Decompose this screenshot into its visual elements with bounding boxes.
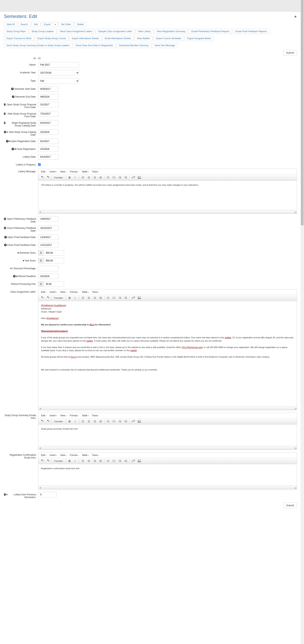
nav-button[interactable]: Export Attendance Sheets xyxy=(69,36,102,41)
editor-menu-item[interactable]: Table xyxy=(80,170,90,174)
lottery-num-input[interactable] xyxy=(38,492,57,497)
scrollbar-thumb[interactable] xyxy=(301,0,303,225)
outdent-icon[interactable] xyxy=(117,296,123,300)
link-icon[interactable] xyxy=(131,419,136,424)
indent-icon[interactable] xyxy=(123,459,128,463)
academic-year-select[interactable]: 2017/2018 xyxy=(38,70,79,76)
align-left-icon[interactable] xyxy=(80,175,86,180)
au-discount-input[interactable] xyxy=(38,266,59,271)
align-right-icon[interactable] xyxy=(92,419,97,424)
align-left-icon[interactable] xyxy=(80,419,86,424)
bold-icon[interactable]: B xyxy=(67,296,72,300)
undo-icon[interactable] xyxy=(39,419,45,424)
bullet-list-icon[interactable] xyxy=(105,459,111,463)
editor-menu-item[interactable]: Edit xyxy=(40,414,48,418)
editor-menu-item[interactable]: Tools xyxy=(90,290,101,294)
help-icon[interactable]: ? xyxy=(4,493,6,496)
refund-fee-input[interactable] xyxy=(44,281,64,287)
sg-intro-body[interactable]: Study group summary emails intro text xyxy=(38,424,297,446)
nav-button[interactable]: Study Group Reps xyxy=(4,29,28,34)
refund-deadline-input[interactable] xyxy=(38,274,59,279)
italic-icon[interactable]: I xyxy=(73,296,78,300)
editor-menu-item[interactable]: View xyxy=(59,170,68,174)
final-close-input[interactable] xyxy=(38,242,59,248)
bullet-list-icon[interactable] xyxy=(105,419,111,424)
nav-button[interactable]: Send Class Assignment Letters xyxy=(57,29,95,34)
formats-dropdown[interactable]: Formats xyxy=(53,419,65,424)
editor-menu-item[interactable]: Insert xyxy=(48,170,59,174)
nav-button[interactable]: Email Attendance Sheets xyxy=(102,36,133,41)
redo-icon[interactable] xyxy=(45,175,51,180)
nav-button[interactable]: Download Member Directory xyxy=(116,43,151,48)
align-left-icon[interactable] xyxy=(80,296,86,300)
editor-menu-item[interactable]: Format xyxy=(68,290,80,294)
cat-begin-input[interactable] xyxy=(38,120,59,126)
nav-button[interactable]: Set Order xyxy=(58,22,74,27)
nav-button[interactable]: Send Class End Date to Registrants xyxy=(73,43,116,48)
bold-icon[interactable]: B xyxy=(67,459,72,463)
nav-button[interactable]: Email Preliminary Feedback Reports xyxy=(189,29,232,34)
nav-button[interactable]: Send Text Message xyxy=(152,43,178,48)
cat-hide-input[interactable] xyxy=(38,129,59,135)
outdent-icon[interactable] xyxy=(117,419,123,424)
resize-handle-icon[interactable] xyxy=(294,211,296,213)
help-icon[interactable]: ? xyxy=(4,131,6,133)
image-icon[interactable] xyxy=(136,419,142,424)
undo-icon[interactable] xyxy=(39,175,45,180)
year-dues-input[interactable] xyxy=(44,258,64,263)
help-icon[interactable]: ? xyxy=(12,96,15,98)
redo-icon[interactable] xyxy=(45,419,51,424)
link-icon[interactable] xyxy=(131,459,136,463)
formats-dropdown[interactable]: Formats xyxy=(53,459,65,463)
editor-menu-item[interactable]: View xyxy=(59,414,68,418)
redo-icon[interactable] xyxy=(45,459,51,463)
bold-icon[interactable]: B xyxy=(67,175,72,180)
editor-menu-item[interactable]: Insert xyxy=(48,414,59,418)
help-icon[interactable]: ? xyxy=(4,227,6,229)
formats-dropdown[interactable]: Formats xyxy=(53,175,65,180)
formats-dropdown[interactable]: Formats xyxy=(53,296,65,300)
editor-menu-item[interactable]: Table xyxy=(80,453,90,457)
editor-menu-item[interactable]: Table xyxy=(80,414,90,418)
final-open-input[interactable] xyxy=(38,234,59,240)
nav-button[interactable]: Email Final Feedback Reports xyxy=(233,29,269,34)
reg-conf-body[interactable]: Registration confirmation email intro te… xyxy=(38,464,297,486)
align-right-icon[interactable] xyxy=(92,296,97,300)
italic-icon[interactable]: I xyxy=(73,419,78,424)
editor-menu-item[interactable]: Tools xyxy=(90,453,101,457)
nav-button[interactable]: View All xyxy=(4,22,17,27)
number-list-icon[interactable]: 123 xyxy=(111,419,117,424)
nav-button[interactable]: Study Group Leaders xyxy=(29,29,56,34)
editor-menu-item[interactable]: Insert xyxy=(48,453,59,457)
resize-handle-icon[interactable] xyxy=(294,408,296,410)
lottery-date-input[interactable] xyxy=(38,154,59,160)
reg-open-input[interactable] xyxy=(38,138,59,144)
name-input[interactable] xyxy=(38,62,79,68)
prop-open-input[interactable] xyxy=(38,102,59,107)
undo-icon[interactable] xyxy=(39,459,45,463)
italic-icon[interactable]: I xyxy=(73,175,78,180)
help-icon[interactable]: ? xyxy=(13,275,16,278)
lottery-msg-body[interactable]: The lottery is currently in progress. Yo… xyxy=(38,181,297,210)
image-icon[interactable] xyxy=(136,175,142,180)
favorite-star-icon[interactable]: ★ xyxy=(294,14,297,19)
align-left-icon[interactable] xyxy=(80,459,86,463)
outdent-icon[interactable] xyxy=(117,459,123,463)
editor-menu-item[interactable]: Edit xyxy=(40,290,48,294)
submit-button-bottom[interactable]: Submit xyxy=(283,502,297,508)
help-icon[interactable]: ? xyxy=(4,103,6,106)
align-justify-icon[interactable] xyxy=(98,296,103,300)
editor-menu-item[interactable]: Format xyxy=(68,170,80,174)
nav-button[interactable]: Search xyxy=(18,22,31,27)
help-icon[interactable]: ? xyxy=(4,236,7,238)
sem-end-input[interactable] xyxy=(38,94,59,100)
sem-dues-input[interactable] xyxy=(44,250,64,256)
align-center-icon[interactable] xyxy=(86,419,92,424)
nav-button[interactable]: Export xyxy=(41,22,53,27)
submit-button-top[interactable]: Submit xyxy=(283,50,297,56)
number-list-icon[interactable]: 123 xyxy=(111,296,117,300)
lottery-prog-checkbox[interactable] xyxy=(38,163,41,166)
help-icon[interactable]: ? xyxy=(6,140,9,142)
editor-menu-item[interactable]: Edit xyxy=(40,453,48,457)
number-list-icon[interactable]: 123 xyxy=(111,175,117,180)
